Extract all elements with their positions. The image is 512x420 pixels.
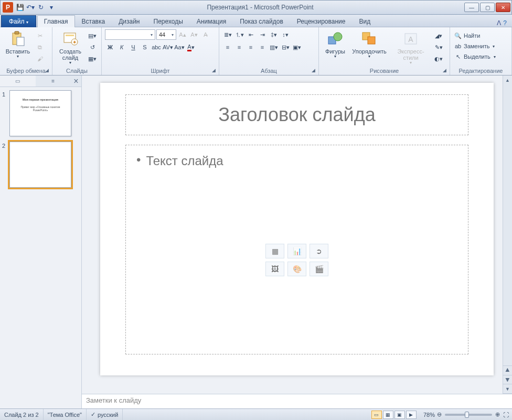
tab-animations[interactable]: Анимация bbox=[190, 15, 233, 27]
tab-review[interactable]: Рецензирование bbox=[290, 15, 353, 27]
slideshow-view-icon[interactable]: ▶ bbox=[406, 411, 417, 419]
sorter-view-icon[interactable]: ▦ bbox=[383, 411, 393, 419]
replace-button[interactable]: abЗаменить▾ bbox=[453, 41, 496, 51]
new-slide-button[interactable]: ✦ Создать слайд▾ bbox=[56, 29, 85, 66]
slide[interactable]: Заголовок слайда •Текст слайда ▦ 📊 ➲ 🖼 🎨… bbox=[100, 83, 494, 375]
vertical-scrollbar[interactable]: ▲ ⯅ ⯆ ▼ bbox=[503, 76, 512, 394]
para-launcher-icon[interactable]: ◢ bbox=[310, 67, 316, 73]
undo-icon[interactable]: ↶▾ bbox=[26, 3, 35, 12]
strike-icon[interactable]: abc bbox=[151, 42, 162, 52]
font-size-combo[interactable]: 44▾ bbox=[156, 29, 176, 40]
scroll-down-icon[interactable]: ▼ bbox=[503, 384, 512, 394]
shape-outline-icon[interactable]: ✎▾ bbox=[433, 42, 444, 52]
fit-window-icon[interactable]: ⛶ bbox=[503, 412, 509, 418]
status-language[interactable]: ✓русский bbox=[87, 409, 123, 420]
paste-button[interactable]: Вставить▾ bbox=[3, 29, 33, 59]
group-drawing: Фигуры▾ Упорядочить▾ A Экспресс-стили▾ ◢… bbox=[319, 27, 450, 75]
shrink-font-icon[interactable]: A▾ bbox=[189, 29, 199, 40]
qat-dropdown-icon[interactable]: ▾ bbox=[47, 3, 56, 12]
shape-fill-icon[interactable]: ◢▾ bbox=[433, 30, 444, 41]
quick-styles-button[interactable]: A Экспресс-стили▾ bbox=[390, 29, 431, 66]
line-spacing-icon[interactable]: ‡▾ bbox=[269, 29, 279, 40]
format-painter-icon[interactable]: 🖌 bbox=[35, 53, 45, 64]
find-icon: 🔍 bbox=[454, 32, 462, 39]
spacing-icon[interactable]: AV▾ bbox=[163, 42, 173, 52]
text-direction-icon[interactable]: ↕▾ bbox=[280, 29, 291, 40]
file-tab[interactable]: Файл ▾ bbox=[1, 15, 36, 27]
shadow-icon[interactable]: S bbox=[140, 42, 150, 52]
prev-slide-icon[interactable]: ⯅ bbox=[503, 366, 512, 375]
clear-format-icon[interactable]: A̶ bbox=[200, 29, 211, 40]
zoom-in-icon[interactable]: ⊕ bbox=[495, 411, 500, 418]
help-icon[interactable]: ? bbox=[503, 19, 507, 27]
thumbnails-tab-slides[interactable]: ▭ bbox=[0, 76, 36, 87]
drawing-launcher-icon[interactable]: ◢ bbox=[441, 67, 447, 73]
close-button[interactable]: ✕ bbox=[496, 3, 510, 12]
reset-icon[interactable]: ↺ bbox=[87, 42, 98, 52]
zoom-level[interactable]: 78% bbox=[423, 412, 435, 418]
reading-view-icon[interactable]: ▣ bbox=[394, 411, 405, 419]
numbering-icon[interactable]: ⒈▾ bbox=[234, 29, 244, 40]
align-left-icon[interactable]: ≡ bbox=[222, 42, 233, 52]
select-button[interactable]: ↖Выделить▾ bbox=[453, 51, 497, 62]
insert-picture-icon[interactable]: 🖼 bbox=[265, 262, 284, 276]
arrange-button[interactable]: Упорядочить▾ bbox=[350, 29, 388, 59]
justify-icon[interactable]: ≡ bbox=[257, 42, 268, 52]
find-button[interactable]: 🔍Найти bbox=[453, 30, 481, 41]
tab-view[interactable]: Вид bbox=[352, 15, 377, 27]
zoom-slider[interactable] bbox=[445, 414, 492, 416]
dedent-icon[interactable]: ⇤ bbox=[246, 29, 256, 40]
align-center-icon[interactable]: ≡ bbox=[234, 42, 244, 52]
clipboard-launcher-icon[interactable]: ◢ bbox=[44, 67, 50, 73]
smartart-convert-icon[interactable]: ▣▾ bbox=[292, 42, 302, 52]
content-placeholder[interactable]: •Текст слайда ▦ 📊 ➲ 🖼 🎨 🎬 bbox=[125, 145, 468, 354]
indent-icon[interactable]: ⇥ bbox=[257, 29, 268, 40]
insert-media-icon[interactable]: 🎬 bbox=[310, 262, 328, 276]
layout-icon[interactable]: ▤▾ bbox=[87, 30, 98, 41]
tab-transitions[interactable]: Переходы bbox=[147, 15, 190, 27]
align-right-icon[interactable]: ≡ bbox=[246, 42, 256, 52]
underline-icon[interactable]: Ч bbox=[128, 42, 138, 52]
align-text-icon[interactable]: ⊟▾ bbox=[280, 42, 291, 52]
zoom-out-icon[interactable]: ⊖ bbox=[437, 411, 442, 418]
thumbnails-tab-outline[interactable]: ≡ bbox=[36, 76, 71, 87]
next-slide-icon[interactable]: ⯆ bbox=[503, 375, 512, 385]
italic-icon[interactable]: К bbox=[116, 42, 127, 52]
status-slide-number[interactable]: Слайд 2 из 2 bbox=[0, 409, 44, 420]
minimize-button[interactable]: — bbox=[464, 3, 479, 12]
insert-chart-icon[interactable]: 📊 bbox=[287, 244, 306, 259]
tab-insert[interactable]: Вставка bbox=[75, 15, 112, 27]
scroll-up-icon[interactable]: ▲ bbox=[503, 76, 512, 85]
tab-design[interactable]: Дизайн bbox=[112, 15, 146, 27]
normal-view-icon[interactable]: ▭ bbox=[371, 411, 382, 419]
font-color-icon[interactable]: A▾ bbox=[186, 42, 196, 52]
maximize-button[interactable]: ▢ bbox=[480, 3, 495, 12]
redo-icon[interactable]: ↻ bbox=[36, 3, 46, 12]
shape-effects-icon[interactable]: ◐▾ bbox=[433, 53, 444, 64]
save-icon[interactable]: 💾 bbox=[15, 3, 25, 12]
font-launcher-icon[interactable]: ◢ bbox=[210, 67, 217, 73]
thumbnails-close-icon[interactable]: × bbox=[71, 77, 81, 86]
font-name-combo[interactable]: ▾ bbox=[105, 29, 155, 40]
status-theme[interactable]: "Тема Office" bbox=[44, 409, 87, 420]
insert-smartart-icon[interactable]: ➲ bbox=[310, 244, 328, 259]
columns-icon[interactable]: ▥▾ bbox=[269, 42, 279, 52]
minimize-ribbon-icon[interactable]: ᐱ bbox=[497, 19, 501, 27]
grow-font-icon[interactable]: A▴ bbox=[177, 29, 188, 40]
slide-thumbnail-1[interactable]: Моя первая презентация Привет мир «Основ… bbox=[9, 90, 71, 136]
shapes-button[interactable]: Фигуры▾ bbox=[322, 29, 348, 59]
insert-table-icon[interactable]: ▦ bbox=[265, 244, 284, 259]
change-case-icon[interactable]: Aa▾ bbox=[174, 42, 185, 52]
app-icon: P bbox=[3, 2, 13, 13]
copy-icon[interactable]: ⧉ bbox=[35, 42, 45, 52]
tab-home[interactable]: Главная bbox=[37, 15, 75, 27]
bullets-icon[interactable]: ≣▾ bbox=[222, 29, 233, 40]
slide-thumbnail-2[interactable] bbox=[9, 142, 71, 188]
insert-clipart-icon[interactable]: 🎨 bbox=[287, 262, 306, 276]
section-icon[interactable]: ▦▾ bbox=[87, 53, 98, 64]
bold-icon[interactable]: Ж bbox=[105, 42, 115, 52]
notes-pane[interactable]: Заметки к слайду bbox=[82, 394, 512, 408]
cut-icon[interactable]: ✂ bbox=[35, 30, 45, 41]
tab-slideshow[interactable]: Показ слайдов bbox=[233, 15, 290, 27]
title-placeholder[interactable]: Заголовок слайда bbox=[125, 94, 468, 135]
